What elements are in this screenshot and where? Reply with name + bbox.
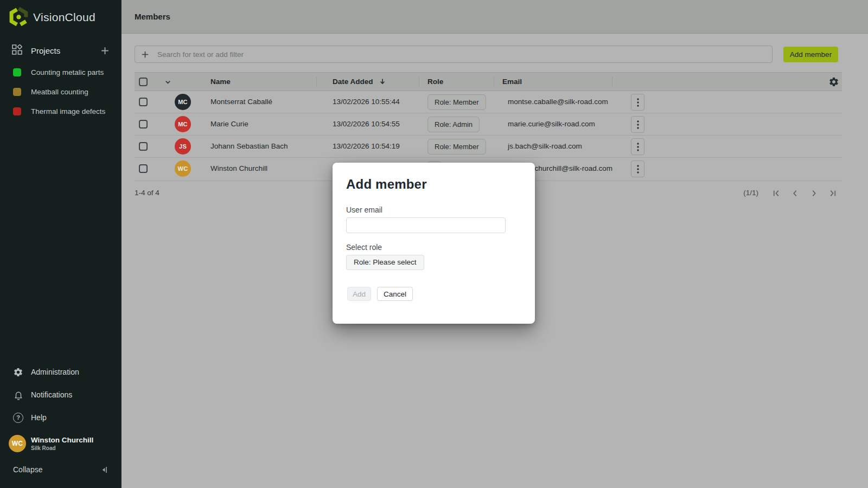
user-email-input[interactable]	[346, 217, 506, 233]
role-select-button[interactable]: Role: Please select	[346, 255, 424, 270]
modal-add-button[interactable]: Add	[347, 287, 371, 301]
add-member-modal: Add member User email Select role Role: …	[333, 163, 535, 324]
modal-cancel-button[interactable]: Cancel	[377, 287, 413, 301]
select-role-label: Select role	[346, 243, 382, 252]
modal-title: Add member	[346, 177, 427, 192]
user-email-label: User email	[346, 206, 382, 214]
